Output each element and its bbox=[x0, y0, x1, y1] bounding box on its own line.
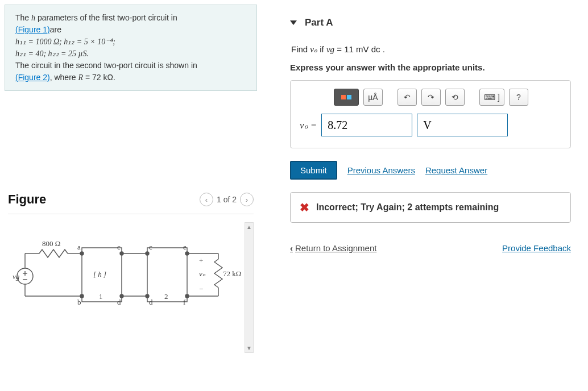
chevron-left-icon: ‹ bbox=[290, 243, 293, 253]
undo-button[interactable]: ↶ bbox=[397, 89, 417, 106]
eq2: h₂₁ = 40; h₂₂ = 25 µS. bbox=[15, 49, 89, 58]
figure-title: Figure bbox=[8, 192, 46, 207]
answer-toolbar: µÅ ↶ ↷ ⟲ ⌨ ] ? bbox=[334, 89, 561, 106]
scroll-up-icon[interactable]: ▲ bbox=[245, 223, 253, 231]
submit-button[interactable]: Submit bbox=[290, 161, 337, 180]
svg-text:+: + bbox=[199, 256, 203, 265]
svg-point-17 bbox=[80, 252, 84, 255]
svg-text:b: b bbox=[77, 298, 81, 306]
templates-button[interactable] bbox=[334, 89, 359, 106]
text: parameters of the first two-port circuit… bbox=[35, 13, 177, 22]
svg-point-23 bbox=[185, 252, 189, 255]
svg-text:1: 1 bbox=[99, 292, 103, 301]
svg-text:vg: vg bbox=[13, 272, 20, 281]
unit-input[interactable] bbox=[417, 114, 508, 136]
reset-button[interactable]: ⟲ bbox=[445, 89, 465, 106]
feedback-text: Incorrect; Try Again; 2 attempts remaini… bbox=[316, 202, 499, 213]
svg-text:d: d bbox=[149, 298, 153, 306]
problem-statement: The h parameters of the first two-port c… bbox=[5, 5, 257, 91]
prev-figure-button[interactable]: ‹ bbox=[200, 193, 213, 206]
provide-feedback-link[interactable]: Provide Feedback bbox=[502, 243, 571, 253]
request-answer-link[interactable]: Request Answer bbox=[425, 165, 487, 175]
svg-text:800 Ω: 800 Ω bbox=[42, 239, 60, 248]
figure-pager: ‹ 1 of 2 › bbox=[200, 193, 254, 206]
text: are bbox=[50, 25, 61, 34]
value-input[interactable] bbox=[321, 114, 412, 136]
previous-answers-link[interactable]: Previous Answers bbox=[347, 165, 415, 175]
incorrect-icon: ✖ bbox=[300, 201, 309, 214]
eq1: h₁₁ = 1000 Ω; h₁₂ = 5 × 10⁻⁴; bbox=[15, 38, 115, 46]
svg-text:[ h ]: [ h ] bbox=[93, 270, 106, 278]
figure2-link[interactable]: (Figure 2) bbox=[15, 73, 50, 82]
var-r: R bbox=[78, 73, 84, 82]
pager-text: 1 of 2 bbox=[217, 195, 237, 204]
redo-button[interactable]: ↷ bbox=[421, 89, 441, 106]
svg-point-19 bbox=[120, 252, 123, 255]
figure1-link[interactable]: (Figure 1) bbox=[15, 25, 50, 34]
return-link[interactable]: ‹Return to Assignment bbox=[290, 243, 376, 253]
svg-text:c: c bbox=[149, 243, 152, 251]
svg-text:e: e bbox=[183, 243, 187, 251]
collapse-icon[interactable] bbox=[290, 20, 297, 25]
svg-point-24 bbox=[185, 294, 189, 298]
svg-text:c: c bbox=[117, 243, 121, 251]
feedback-box: ✖ Incorrect; Try Again; 2 attempts remai… bbox=[290, 192, 571, 223]
help-button[interactable]: ? bbox=[509, 89, 528, 106]
figure-scrollbar[interactable]: ▲ ▼ bbox=[245, 222, 254, 353]
svg-text:72 kΩ: 72 kΩ bbox=[223, 269, 241, 278]
svg-text:vₒ: vₒ bbox=[199, 269, 206, 278]
svg-text:−: − bbox=[199, 285, 203, 293]
question-text: Find vₒ if vg = 11 mV dc . bbox=[291, 44, 571, 55]
svg-text:d: d bbox=[117, 298, 121, 306]
circuit-diagram: 800 Ω vg [ h ] 1 2 a b c d c d e f + vₒ … bbox=[8, 222, 241, 347]
text: , where bbox=[50, 73, 78, 82]
next-figure-button[interactable]: › bbox=[240, 193, 254, 206]
svg-text:a: a bbox=[77, 243, 81, 251]
svg-text:2: 2 bbox=[164, 292, 168, 301]
part-title: Part A bbox=[305, 17, 333, 28]
special-chars-button[interactable]: µÅ bbox=[363, 89, 383, 106]
instructions: Express your answer with the appropriate… bbox=[290, 63, 571, 72]
keyboard-button[interactable]: ⌨ ] bbox=[479, 89, 504, 106]
divider bbox=[8, 214, 254, 214]
vo-label: vₒ = bbox=[300, 119, 317, 131]
svg-text:f: f bbox=[183, 298, 186, 306]
text: = 72 kΩ. bbox=[83, 73, 115, 82]
answer-box: µÅ ↶ ↷ ⟲ ⌨ ] ? vₒ = bbox=[290, 80, 571, 148]
var-h: h bbox=[31, 14, 35, 22]
svg-point-21 bbox=[146, 252, 149, 255]
scroll-down-icon[interactable]: ▼ bbox=[245, 344, 253, 352]
text: The circuit in the second two-port circu… bbox=[15, 61, 197, 70]
text: The bbox=[15, 13, 31, 22]
